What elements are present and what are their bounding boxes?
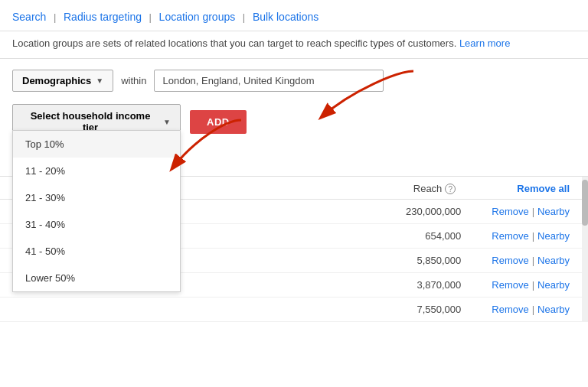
- income-dropdown-menu: Top 10% 11 - 20% 21 - 30% 31 - 40% 41 - …: [12, 130, 181, 292]
- nearby-link-1[interactable]: Nearby: [537, 206, 570, 217]
- nav-search[interactable]: Search: [12, 11, 46, 23]
- sep-row-2: |: [532, 230, 534, 242]
- row-actions-4: Remove | Nearby: [492, 279, 570, 291]
- income-option-top10[interactable]: Top 10%: [13, 131, 180, 158]
- top-navigation: Search | Radius targeting | Location gro…: [0, 0, 588, 31]
- remove-link-4[interactable]: Remove: [492, 279, 528, 291]
- table-row: 7,550,000 Remove | Nearby: [0, 298, 588, 322]
- row-actions-1: Remove | Nearby: [492, 206, 570, 217]
- row-reach-4: 3,870,000: [369, 279, 461, 291]
- nearby-link-3[interactable]: Nearby: [537, 255, 570, 266]
- income-option-11-20[interactable]: 11 - 20%: [13, 158, 180, 184]
- sep-row-3: |: [532, 255, 534, 266]
- learn-more-link[interactable]: Learn more: [459, 37, 510, 49]
- add-button[interactable]: ADD: [190, 110, 247, 134]
- nav-location-groups[interactable]: Location groups: [159, 11, 236, 23]
- reach-help-icon[interactable]: ?: [445, 184, 456, 194]
- controls-row-2: Select household income tier ▼ ADD Top 1…: [0, 101, 588, 139]
- income-arrow-icon: ▼: [163, 118, 171, 126]
- sep-2: |: [149, 11, 152, 23]
- demographics-dropdown[interactable]: Demographics ▼: [12, 70, 113, 92]
- sep-row-5: |: [532, 304, 534, 315]
- controls-row-1: Demographics ▼ within: [0, 59, 588, 101]
- description-text: Location groups are sets of related loca…: [12, 37, 456, 49]
- row-reach-5: 7,550,000: [369, 304, 461, 315]
- remove-link-2[interactable]: Remove: [492, 230, 528, 242]
- sep-row-4: |: [532, 279, 534, 291]
- nearby-link-5[interactable]: Nearby: [537, 304, 570, 315]
- row-actions-3: Remove | Nearby: [492, 255, 570, 266]
- sep-1: |: [54, 11, 56, 23]
- sep-3: |: [243, 11, 245, 23]
- demographics-label: Demographics: [22, 75, 91, 86]
- within-label: within: [121, 75, 146, 86]
- nav-radius[interactable]: Radius targeting: [64, 11, 142, 23]
- reach-label: Reach: [413, 183, 443, 194]
- row-reach-2: 654,000: [369, 230, 461, 242]
- sep-row-1: |: [532, 206, 534, 217]
- income-option-31-40[interactable]: 31 - 40%: [13, 211, 180, 238]
- row-reach-3: 5,850,000: [369, 255, 461, 266]
- nav-bulk[interactable]: Bulk locations: [253, 11, 318, 23]
- nearby-link-4[interactable]: Nearby: [537, 279, 570, 291]
- scrollbar-thumb[interactable]: [582, 180, 588, 226]
- scrollbar[interactable]: [582, 177, 588, 322]
- remove-link-5[interactable]: Remove: [492, 304, 528, 315]
- remove-link-3[interactable]: Remove: [492, 255, 528, 266]
- row-actions-2: Remove | Nearby: [492, 230, 570, 242]
- description-area: Location groups are sets of related loca…: [0, 31, 588, 59]
- location-input[interactable]: [154, 70, 384, 92]
- remove-link-1[interactable]: Remove: [492, 206, 528, 217]
- row-reach-1: 230,000,000: [369, 206, 461, 217]
- nearby-link-2[interactable]: Nearby: [537, 230, 570, 242]
- remove-all-link[interactable]: Remove all: [517, 183, 570, 194]
- income-option-21-30[interactable]: 21 - 30%: [13, 184, 180, 211]
- row-actions-5: Remove | Nearby: [492, 304, 570, 315]
- demographics-arrow-icon: ▼: [96, 76, 103, 85]
- income-option-lower50[interactable]: Lower 50%: [13, 265, 180, 291]
- income-option-41-50[interactable]: 41 - 50%: [13, 238, 180, 265]
- reach-column-header: Reach ?: [413, 183, 456, 194]
